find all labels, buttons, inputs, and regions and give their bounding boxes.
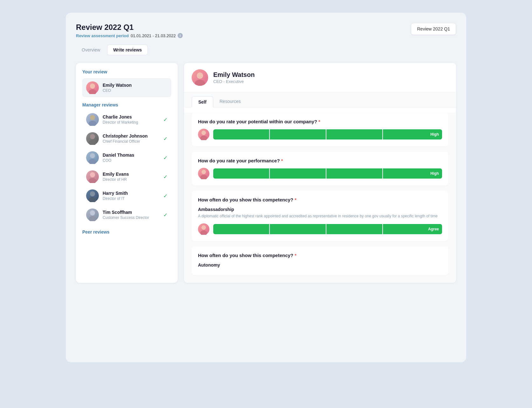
rater-avatar (198, 168, 209, 179)
rater-avatar (198, 223, 209, 235)
avatar (86, 151, 99, 164)
person-info: Harry Smith Director of IT (103, 191, 160, 201)
svg-point-11 (89, 197, 96, 202)
rating-segment-4: High (383, 168, 442, 179)
avatar (86, 189, 99, 202)
rating-row: Agree (198, 223, 442, 235)
svg-point-8 (90, 172, 95, 177)
required-marker: * (318, 119, 320, 124)
rater-avatar (198, 129, 209, 140)
rating-segment-3 (326, 168, 382, 179)
svg-point-5 (89, 140, 96, 145)
your-review-person-name: Emily Watson (103, 83, 167, 88)
tabs-row: Overview Write reviews (76, 44, 456, 55)
check-icon: ✓ (163, 117, 167, 123)
info-icon[interactable]: i (178, 33, 183, 38)
check-icon: ✓ (163, 155, 167, 161)
rating-segment-4: High (383, 129, 442, 139)
competency-desc: A diplomatic official of the highest ran… (198, 213, 442, 219)
list-item[interactable]: Charlie Jones Director of Marketing ✓ (82, 110, 171, 129)
review-subject-role: CEO - Executive (213, 79, 255, 84)
list-item[interactable]: Daniel Thomas COO ✓ (82, 148, 171, 167)
your-review-person-role: CEO (103, 88, 167, 93)
rating-segment-4: Agree (383, 224, 442, 234)
rating-segment-1 (213, 129, 269, 139)
check-icon: ✓ (163, 136, 167, 142)
svg-point-10 (90, 191, 95, 196)
list-item[interactable]: Harry Smith Director of IT ✓ (82, 186, 171, 205)
person-info: Charlie Jones Director of Marketing (103, 114, 160, 125)
review-subject-name: Emily Watson (213, 71, 255, 78)
subtab-self[interactable]: Self (192, 96, 213, 107)
list-item[interactable]: Emily Evans Director of HR ✓ (82, 167, 171, 186)
person-role: COO (103, 158, 160, 163)
svg-point-13 (89, 216, 96, 221)
person-name: Christopher Johnson (103, 133, 160, 139)
rating-segment-3 (326, 129, 382, 139)
svg-point-0 (90, 84, 95, 89)
person-name: Charlie Jones (103, 114, 160, 119)
svg-point-3 (89, 121, 96, 126)
questions-area: How do you rate your potential within ou… (184, 112, 456, 283)
main-content: Your review Emily Watson CEO Manager rev… (76, 63, 456, 283)
list-item[interactable]: Tim Scoffham Customer Success Director ✓ (82, 205, 171, 224)
avatar (86, 132, 99, 145)
manager-list: Charlie Jones Director of Marketing ✓ C (82, 110, 171, 224)
rating-value-label: High (430, 171, 439, 176)
svg-point-17 (200, 136, 207, 140)
rating-bar[interactable]: High (213, 129, 442, 139)
svg-point-7 (89, 159, 96, 164)
avatar (86, 81, 99, 94)
rating-row: High (198, 129, 442, 140)
person-name: Tim Scoffham (103, 210, 160, 215)
person-name: Daniel Thomas (103, 153, 160, 158)
peer-reviews-title: Peer reviews (82, 229, 171, 235)
person-role: Chief Financial Officer (103, 139, 160, 144)
question-block: How often do you show this competency?* … (192, 246, 448, 275)
your-review-person-info: Emily Watson CEO (103, 83, 167, 93)
check-icon: ✓ (163, 212, 167, 218)
app-container: Review 2022 Q1 Review assessment period … (66, 13, 466, 362)
required-marker: * (295, 253, 297, 258)
rating-value-label: Agree (428, 227, 439, 231)
svg-point-21 (200, 230, 207, 235)
tab-overview[interactable]: Overview (76, 44, 106, 55)
avatar (86, 170, 99, 183)
svg-point-19 (200, 175, 207, 179)
person-info: Daniel Thomas COO (103, 153, 160, 163)
review-subject-avatar (192, 69, 208, 86)
period-line: Review assessment period 01.01.2021 - 21… (76, 33, 183, 38)
rating-segment-2 (270, 168, 326, 179)
question-block: How do you rate your performance?* (192, 152, 448, 186)
required-marker: * (281, 158, 283, 163)
your-review-person[interactable]: Emily Watson CEO (82, 78, 171, 97)
review-subtabs: Self Resources (184, 92, 456, 107)
header-left: Review 2022 Q1 Review assessment period … (76, 23, 183, 38)
check-icon: ✓ (163, 174, 167, 180)
rating-bar[interactable]: Agree (213, 224, 442, 234)
svg-point-20 (201, 225, 206, 230)
tab-write-reviews[interactable]: Write reviews (107, 44, 148, 55)
question-text: How often do you show this competency?* (198, 253, 442, 258)
rating-segment-3 (326, 224, 382, 234)
subtab-resources[interactable]: Resources (213, 96, 247, 107)
competency-name: Ambassadorship (198, 207, 442, 212)
sidebar: Your review Emily Watson CEO Manager rev… (76, 63, 178, 283)
svg-point-9 (89, 178, 96, 183)
header-row: Review 2022 Q1 Review assessment period … (76, 23, 456, 38)
period-label: Review assessment period (76, 33, 129, 38)
rating-segment-1 (213, 168, 269, 179)
page-title: Review 2022 Q1 (76, 23, 183, 32)
svg-point-12 (90, 210, 95, 215)
check-icon: ✓ (163, 193, 167, 199)
avatar (86, 208, 99, 221)
list-item[interactable]: Christopher Johnson Chief Financial Offi… (82, 129, 171, 148)
person-name: Emily Evans (103, 172, 160, 177)
emily-watson-avatar-img (86, 81, 99, 94)
person-role: Director of Marketing (103, 120, 160, 125)
person-info: Christopher Johnson Chief Financial Offi… (103, 133, 160, 144)
rating-bar[interactable]: High (213, 168, 442, 179)
rating-segment-2 (270, 224, 326, 234)
svg-point-2 (90, 115, 95, 120)
svg-point-6 (90, 153, 95, 158)
